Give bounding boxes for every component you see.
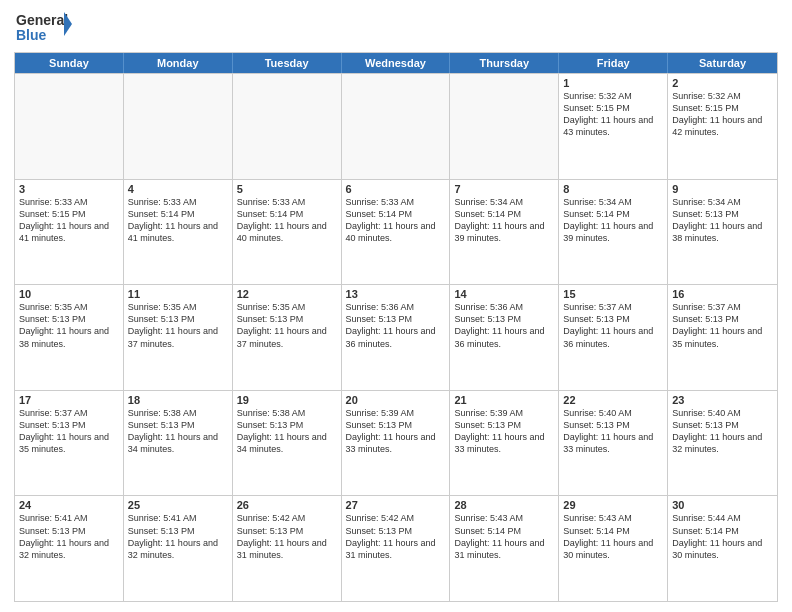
calendar-cell bbox=[450, 74, 559, 179]
day-number: 10 bbox=[19, 288, 119, 300]
day-info: Sunrise: 5:38 AM Sunset: 5:13 PM Dayligh… bbox=[128, 408, 218, 454]
day-number: 29 bbox=[563, 499, 663, 511]
calendar-cell: 19Sunrise: 5:38 AM Sunset: 5:13 PM Dayli… bbox=[233, 391, 342, 496]
day-info: Sunrise: 5:41 AM Sunset: 5:13 PM Dayligh… bbox=[128, 513, 218, 559]
calendar-cell: 4Sunrise: 5:33 AM Sunset: 5:14 PM Daylig… bbox=[124, 180, 233, 285]
calendar-cell: 8Sunrise: 5:34 AM Sunset: 5:14 PM Daylig… bbox=[559, 180, 668, 285]
day-info: Sunrise: 5:44 AM Sunset: 5:14 PM Dayligh… bbox=[672, 513, 762, 559]
calendar-header-cell: Monday bbox=[124, 53, 233, 73]
calendar-cell: 9Sunrise: 5:34 AM Sunset: 5:13 PM Daylig… bbox=[668, 180, 777, 285]
svg-text:General: General bbox=[16, 12, 68, 28]
calendar-cell: 15Sunrise: 5:37 AM Sunset: 5:13 PM Dayli… bbox=[559, 285, 668, 390]
calendar-cell: 6Sunrise: 5:33 AM Sunset: 5:14 PM Daylig… bbox=[342, 180, 451, 285]
day-number: 12 bbox=[237, 288, 337, 300]
page: GeneralBlue SundayMondayTuesdayWednesday… bbox=[0, 0, 792, 612]
day-number: 7 bbox=[454, 183, 554, 195]
day-info: Sunrise: 5:34 AM Sunset: 5:14 PM Dayligh… bbox=[563, 197, 653, 243]
day-number: 11 bbox=[128, 288, 228, 300]
calendar-cell bbox=[15, 74, 124, 179]
day-info: Sunrise: 5:35 AM Sunset: 5:13 PM Dayligh… bbox=[237, 302, 327, 348]
day-info: Sunrise: 5:39 AM Sunset: 5:13 PM Dayligh… bbox=[346, 408, 436, 454]
day-info: Sunrise: 5:37 AM Sunset: 5:13 PM Dayligh… bbox=[672, 302, 762, 348]
calendar-cell: 5Sunrise: 5:33 AM Sunset: 5:14 PM Daylig… bbox=[233, 180, 342, 285]
day-info: Sunrise: 5:43 AM Sunset: 5:14 PM Dayligh… bbox=[563, 513, 653, 559]
day-number: 13 bbox=[346, 288, 446, 300]
day-number: 24 bbox=[19, 499, 119, 511]
day-number: 4 bbox=[128, 183, 228, 195]
calendar-cell: 3Sunrise: 5:33 AM Sunset: 5:15 PM Daylig… bbox=[15, 180, 124, 285]
day-info: Sunrise: 5:37 AM Sunset: 5:13 PM Dayligh… bbox=[19, 408, 109, 454]
calendar-cell: 18Sunrise: 5:38 AM Sunset: 5:13 PM Dayli… bbox=[124, 391, 233, 496]
calendar-header-row: SundayMondayTuesdayWednesdayThursdayFrid… bbox=[15, 53, 777, 73]
day-info: Sunrise: 5:32 AM Sunset: 5:15 PM Dayligh… bbox=[672, 91, 762, 137]
calendar-cell: 20Sunrise: 5:39 AM Sunset: 5:13 PM Dayli… bbox=[342, 391, 451, 496]
day-number: 22 bbox=[563, 394, 663, 406]
day-info: Sunrise: 5:37 AM Sunset: 5:13 PM Dayligh… bbox=[563, 302, 653, 348]
calendar-row: 10Sunrise: 5:35 AM Sunset: 5:13 PM Dayli… bbox=[15, 284, 777, 390]
calendar-cell: 14Sunrise: 5:36 AM Sunset: 5:13 PM Dayli… bbox=[450, 285, 559, 390]
calendar-cell: 26Sunrise: 5:42 AM Sunset: 5:13 PM Dayli… bbox=[233, 496, 342, 601]
calendar-cell: 12Sunrise: 5:35 AM Sunset: 5:13 PM Dayli… bbox=[233, 285, 342, 390]
calendar-cell bbox=[233, 74, 342, 179]
day-number: 20 bbox=[346, 394, 446, 406]
logo-icon: GeneralBlue bbox=[14, 10, 74, 46]
calendar-row: 17Sunrise: 5:37 AM Sunset: 5:13 PM Dayli… bbox=[15, 390, 777, 496]
day-info: Sunrise: 5:33 AM Sunset: 5:14 PM Dayligh… bbox=[128, 197, 218, 243]
calendar-cell: 1Sunrise: 5:32 AM Sunset: 5:15 PM Daylig… bbox=[559, 74, 668, 179]
day-info: Sunrise: 5:41 AM Sunset: 5:13 PM Dayligh… bbox=[19, 513, 109, 559]
calendar-cell: 10Sunrise: 5:35 AM Sunset: 5:13 PM Dayli… bbox=[15, 285, 124, 390]
calendar-cell: 27Sunrise: 5:42 AM Sunset: 5:13 PM Dayli… bbox=[342, 496, 451, 601]
day-info: Sunrise: 5:35 AM Sunset: 5:13 PM Dayligh… bbox=[128, 302, 218, 348]
day-number: 26 bbox=[237, 499, 337, 511]
calendar-row: 1Sunrise: 5:32 AM Sunset: 5:15 PM Daylig… bbox=[15, 73, 777, 179]
calendar-cell: 29Sunrise: 5:43 AM Sunset: 5:14 PM Dayli… bbox=[559, 496, 668, 601]
day-info: Sunrise: 5:43 AM Sunset: 5:14 PM Dayligh… bbox=[454, 513, 544, 559]
calendar-row: 24Sunrise: 5:41 AM Sunset: 5:13 PM Dayli… bbox=[15, 495, 777, 601]
calendar-cell: 28Sunrise: 5:43 AM Sunset: 5:14 PM Dayli… bbox=[450, 496, 559, 601]
calendar-cell: 23Sunrise: 5:40 AM Sunset: 5:13 PM Dayli… bbox=[668, 391, 777, 496]
day-number: 2 bbox=[672, 77, 773, 89]
calendar-row: 3Sunrise: 5:33 AM Sunset: 5:15 PM Daylig… bbox=[15, 179, 777, 285]
day-info: Sunrise: 5:40 AM Sunset: 5:13 PM Dayligh… bbox=[672, 408, 762, 454]
day-number: 18 bbox=[128, 394, 228, 406]
calendar-cell bbox=[342, 74, 451, 179]
day-info: Sunrise: 5:32 AM Sunset: 5:15 PM Dayligh… bbox=[563, 91, 653, 137]
day-number: 9 bbox=[672, 183, 773, 195]
day-info: Sunrise: 5:33 AM Sunset: 5:14 PM Dayligh… bbox=[237, 197, 327, 243]
calendar-cell: 2Sunrise: 5:32 AM Sunset: 5:15 PM Daylig… bbox=[668, 74, 777, 179]
day-number: 23 bbox=[672, 394, 773, 406]
day-info: Sunrise: 5:36 AM Sunset: 5:13 PM Dayligh… bbox=[346, 302, 436, 348]
calendar-cell: 24Sunrise: 5:41 AM Sunset: 5:13 PM Dayli… bbox=[15, 496, 124, 601]
day-info: Sunrise: 5:42 AM Sunset: 5:13 PM Dayligh… bbox=[237, 513, 327, 559]
header: GeneralBlue bbox=[14, 10, 778, 46]
calendar-header-cell: Friday bbox=[559, 53, 668, 73]
calendar-cell: 25Sunrise: 5:41 AM Sunset: 5:13 PM Dayli… bbox=[124, 496, 233, 601]
svg-text:Blue: Blue bbox=[16, 27, 47, 43]
day-info: Sunrise: 5:42 AM Sunset: 5:13 PM Dayligh… bbox=[346, 513, 436, 559]
calendar-header-cell: Sunday bbox=[15, 53, 124, 73]
calendar-cell: 22Sunrise: 5:40 AM Sunset: 5:13 PM Dayli… bbox=[559, 391, 668, 496]
day-number: 17 bbox=[19, 394, 119, 406]
calendar-cell bbox=[124, 74, 233, 179]
calendar-header-cell: Tuesday bbox=[233, 53, 342, 73]
calendar-cell: 11Sunrise: 5:35 AM Sunset: 5:13 PM Dayli… bbox=[124, 285, 233, 390]
day-info: Sunrise: 5:34 AM Sunset: 5:13 PM Dayligh… bbox=[672, 197, 762, 243]
day-info: Sunrise: 5:33 AM Sunset: 5:15 PM Dayligh… bbox=[19, 197, 109, 243]
day-info: Sunrise: 5:36 AM Sunset: 5:13 PM Dayligh… bbox=[454, 302, 544, 348]
day-number: 6 bbox=[346, 183, 446, 195]
day-info: Sunrise: 5:34 AM Sunset: 5:14 PM Dayligh… bbox=[454, 197, 544, 243]
calendar-cell: 13Sunrise: 5:36 AM Sunset: 5:13 PM Dayli… bbox=[342, 285, 451, 390]
day-number: 15 bbox=[563, 288, 663, 300]
calendar-body: 1Sunrise: 5:32 AM Sunset: 5:15 PM Daylig… bbox=[15, 73, 777, 601]
calendar-cell: 30Sunrise: 5:44 AM Sunset: 5:14 PM Dayli… bbox=[668, 496, 777, 601]
calendar-cell: 17Sunrise: 5:37 AM Sunset: 5:13 PM Dayli… bbox=[15, 391, 124, 496]
day-number: 30 bbox=[672, 499, 773, 511]
calendar-cell: 16Sunrise: 5:37 AM Sunset: 5:13 PM Dayli… bbox=[668, 285, 777, 390]
day-info: Sunrise: 5:40 AM Sunset: 5:13 PM Dayligh… bbox=[563, 408, 653, 454]
calendar-header-cell: Thursday bbox=[450, 53, 559, 73]
day-number: 8 bbox=[563, 183, 663, 195]
day-info: Sunrise: 5:35 AM Sunset: 5:13 PM Dayligh… bbox=[19, 302, 109, 348]
calendar-header-cell: Saturday bbox=[668, 53, 777, 73]
day-number: 28 bbox=[454, 499, 554, 511]
calendar-cell: 21Sunrise: 5:39 AM Sunset: 5:13 PM Dayli… bbox=[450, 391, 559, 496]
